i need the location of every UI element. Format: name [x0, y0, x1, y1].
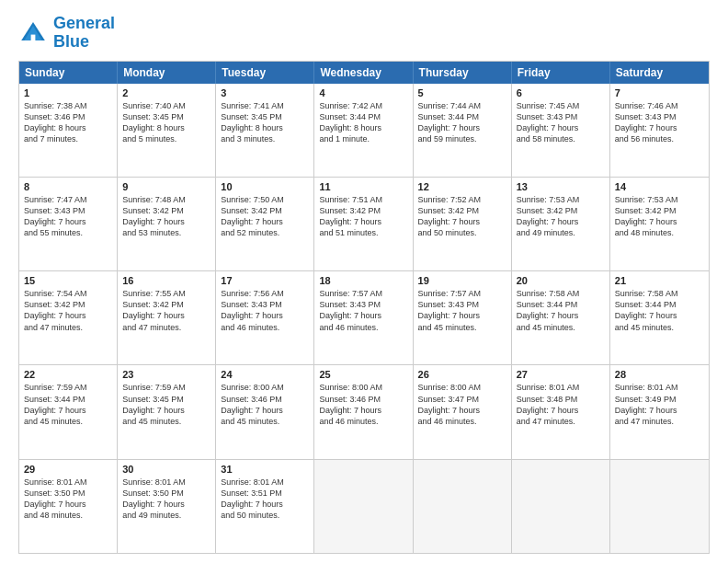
header-day-saturday: Saturday [610, 62, 709, 84]
day-number: 18 [319, 275, 407, 286]
day-number: 30 [122, 464, 210, 475]
day-info: Sunrise: 7:47 AM Sunset: 3:43 PM Dayligh… [24, 194, 112, 239]
day-info: Sunrise: 8:00 AM Sunset: 3:46 PM Dayligh… [221, 382, 309, 427]
header-day-sunday: Sunday [19, 62, 118, 84]
day-number: 27 [517, 369, 605, 380]
day-cell-12: 12Sunrise: 7:52 AM Sunset: 3:42 PM Dayli… [414, 178, 512, 270]
page: General Blue SundayMondayTuesdayWednesda… [0, 0, 728, 563]
empty-cell [610, 460, 709, 553]
header-day-monday: Monday [118, 62, 216, 84]
day-cell-17: 17Sunrise: 7:56 AM Sunset: 3:43 PM Dayli… [216, 271, 314, 364]
day-cell-28: 28Sunrise: 8:01 AM Sunset: 3:49 PM Dayli… [610, 365, 709, 458]
day-number: 11 [319, 181, 407, 192]
empty-cell [314, 460, 413, 553]
day-number: 3 [221, 87, 309, 98]
day-number: 28 [615, 369, 704, 380]
day-info: Sunrise: 7:41 AM Sunset: 3:45 PM Dayligh… [221, 100, 309, 145]
day-cell-24: 24Sunrise: 8:00 AM Sunset: 3:46 PM Dayli… [216, 365, 314, 458]
day-info: Sunrise: 7:57 AM Sunset: 3:43 PM Dayligh… [319, 288, 407, 333]
day-info: Sunrise: 7:56 AM Sunset: 3:43 PM Dayligh… [221, 288, 309, 333]
day-number: 23 [122, 369, 210, 380]
day-info: Sunrise: 7:52 AM Sunset: 3:42 PM Dayligh… [418, 194, 506, 239]
day-number: 12 [418, 181, 506, 192]
day-cell-11: 11Sunrise: 7:51 AM Sunset: 3:42 PM Dayli… [314, 178, 413, 270]
calendar-week-5: 29Sunrise: 8:01 AM Sunset: 3:50 PM Dayli… [19, 459, 709, 553]
calendar-week-3: 15Sunrise: 7:54 AM Sunset: 3:42 PM Dayli… [19, 270, 709, 364]
day-cell-5: 5Sunrise: 7:44 AM Sunset: 3:44 PM Daylig… [414, 84, 512, 177]
day-number: 21 [615, 275, 704, 286]
day-number: 6 [517, 87, 605, 98]
day-cell-18: 18Sunrise: 7:57 AM Sunset: 3:43 PM Dayli… [314, 271, 413, 364]
day-number: 19 [418, 275, 506, 286]
day-cell-25: 25Sunrise: 8:00 AM Sunset: 3:46 PM Dayli… [314, 365, 413, 458]
calendar: SundayMondayTuesdayWednesdayThursdayFrid… [18, 61, 710, 554]
calendar-week-2: 8Sunrise: 7:47 AM Sunset: 3:43 PM Daylig… [19, 177, 709, 270]
day-cell-22: 22Sunrise: 7:59 AM Sunset: 3:44 PM Dayli… [19, 365, 118, 458]
day-number: 24 [221, 369, 309, 380]
calendar-body: 1Sunrise: 7:38 AM Sunset: 3:46 PM Daylig… [19, 84, 709, 553]
day-cell-13: 13Sunrise: 7:53 AM Sunset: 3:42 PM Dayli… [512, 178, 610, 270]
day-info: Sunrise: 7:38 AM Sunset: 3:46 PM Dayligh… [24, 100, 112, 145]
day-number: 9 [122, 181, 210, 192]
day-info: Sunrise: 7:48 AM Sunset: 3:42 PM Dayligh… [122, 194, 210, 239]
day-cell-31: 31Sunrise: 8:01 AM Sunset: 3:51 PM Dayli… [216, 460, 314, 553]
day-number: 5 [418, 87, 506, 98]
day-number: 25 [319, 369, 407, 380]
day-cell-7: 7Sunrise: 7:46 AM Sunset: 3:43 PM Daylig… [610, 84, 709, 177]
day-cell-23: 23Sunrise: 7:59 AM Sunset: 3:45 PM Dayli… [118, 365, 216, 458]
day-number: 16 [122, 275, 210, 286]
day-cell-20: 20Sunrise: 7:58 AM Sunset: 3:44 PM Dayli… [512, 271, 610, 364]
day-info: Sunrise: 7:53 AM Sunset: 3:42 PM Dayligh… [517, 194, 605, 239]
calendar-header: SundayMondayTuesdayWednesdayThursdayFrid… [19, 62, 709, 84]
day-info: Sunrise: 8:01 AM Sunset: 3:49 PM Dayligh… [615, 382, 704, 427]
empty-cell [512, 460, 610, 553]
calendar-week-4: 22Sunrise: 7:59 AM Sunset: 3:44 PM Dayli… [19, 364, 709, 458]
day-cell-27: 27Sunrise: 8:01 AM Sunset: 3:48 PM Dayli… [512, 365, 610, 458]
day-cell-26: 26Sunrise: 8:00 AM Sunset: 3:47 PM Dayli… [414, 365, 512, 458]
day-info: Sunrise: 8:00 AM Sunset: 3:47 PM Dayligh… [418, 382, 506, 427]
day-number: 10 [221, 181, 309, 192]
day-info: Sunrise: 7:51 AM Sunset: 3:42 PM Dayligh… [319, 194, 407, 239]
day-cell-21: 21Sunrise: 7:58 AM Sunset: 3:44 PM Dayli… [610, 271, 709, 364]
day-cell-19: 19Sunrise: 7:57 AM Sunset: 3:43 PM Dayli… [414, 271, 512, 364]
day-cell-30: 30Sunrise: 8:01 AM Sunset: 3:50 PM Dayli… [118, 460, 216, 553]
day-cell-1: 1Sunrise: 7:38 AM Sunset: 3:46 PM Daylig… [19, 84, 118, 177]
day-number: 14 [615, 181, 704, 192]
day-cell-15: 15Sunrise: 7:54 AM Sunset: 3:42 PM Dayli… [19, 271, 118, 364]
svg-rect-2 [31, 34, 36, 40]
day-number: 1 [24, 87, 112, 98]
day-info: Sunrise: 8:01 AM Sunset: 3:50 PM Dayligh… [122, 477, 210, 522]
header: General Blue [18, 15, 710, 52]
day-number: 4 [319, 87, 407, 98]
day-cell-8: 8Sunrise: 7:47 AM Sunset: 3:43 PM Daylig… [19, 178, 118, 270]
day-info: Sunrise: 7:54 AM Sunset: 3:42 PM Dayligh… [24, 288, 112, 333]
logo: General Blue [18, 15, 115, 52]
day-info: Sunrise: 7:58 AM Sunset: 3:44 PM Dayligh… [615, 288, 704, 333]
day-info: Sunrise: 7:45 AM Sunset: 3:43 PM Dayligh… [517, 100, 605, 145]
header-day-thursday: Thursday [414, 62, 512, 84]
day-number: 8 [24, 181, 112, 192]
header-day-friday: Friday [512, 62, 610, 84]
day-number: 31 [221, 464, 309, 475]
day-info: Sunrise: 8:00 AM Sunset: 3:46 PM Dayligh… [319, 382, 407, 427]
day-number: 29 [24, 464, 112, 475]
day-number: 22 [24, 369, 112, 380]
day-cell-3: 3Sunrise: 7:41 AM Sunset: 3:45 PM Daylig… [216, 84, 314, 177]
day-info: Sunrise: 7:50 AM Sunset: 3:42 PM Dayligh… [221, 194, 309, 239]
header-day-wednesday: Wednesday [314, 62, 413, 84]
day-info: Sunrise: 7:58 AM Sunset: 3:44 PM Dayligh… [517, 288, 605, 333]
day-number: 26 [418, 369, 506, 380]
header-day-tuesday: Tuesday [216, 62, 314, 84]
day-number: 17 [221, 275, 309, 286]
empty-cell [414, 460, 512, 553]
day-cell-9: 9Sunrise: 7:48 AM Sunset: 3:42 PM Daylig… [118, 178, 216, 270]
day-cell-6: 6Sunrise: 7:45 AM Sunset: 3:43 PM Daylig… [512, 84, 610, 177]
day-cell-29: 29Sunrise: 8:01 AM Sunset: 3:50 PM Dayli… [19, 460, 118, 553]
day-number: 7 [615, 87, 704, 98]
day-info: Sunrise: 7:42 AM Sunset: 3:44 PM Dayligh… [319, 100, 407, 145]
day-info: Sunrise: 7:57 AM Sunset: 3:43 PM Dayligh… [418, 288, 506, 333]
day-cell-16: 16Sunrise: 7:55 AM Sunset: 3:42 PM Dayli… [118, 271, 216, 364]
day-cell-10: 10Sunrise: 7:50 AM Sunset: 3:42 PM Dayli… [216, 178, 314, 270]
calendar-week-1: 1Sunrise: 7:38 AM Sunset: 3:46 PM Daylig… [19, 84, 709, 177]
day-number: 13 [517, 181, 605, 192]
